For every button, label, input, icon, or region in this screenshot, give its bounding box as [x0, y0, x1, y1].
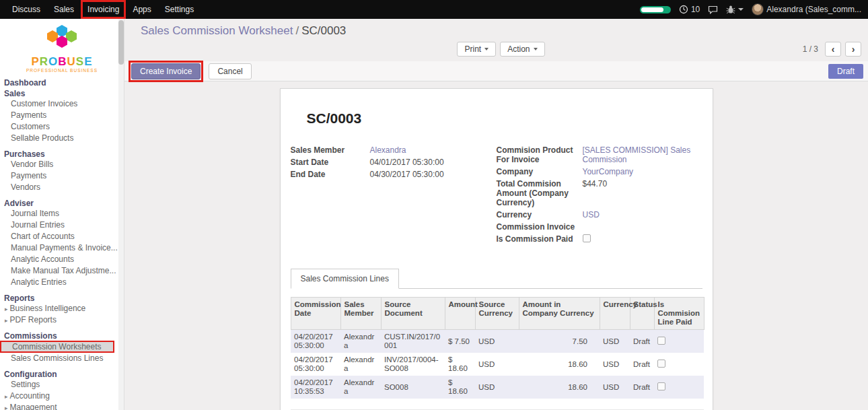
table-row[interactable]: 04/20/2017 10:35:53 Alexandra SO008 $ 18…	[291, 376, 704, 399]
col-header-sales-member[interactable]: Sales Member	[340, 298, 381, 330]
sidebar-item-management[interactable]: ▸Management	[0, 402, 124, 410]
sidebar-scrollbar[interactable]	[118, 19, 124, 410]
user-menu[interactable]: Alexandra (Sales_comm...	[752, 3, 861, 15]
cell-currency: USD	[600, 353, 630, 376]
col-header-amount[interactable]: Amount	[445, 298, 475, 330]
chevron-down-icon	[484, 48, 489, 50]
sidebar-item-payments-purchases[interactable]: Payments	[0, 170, 124, 182]
cell-source-document: CUST.IN/2017/0001	[381, 330, 445, 353]
cell-source-document: INV/2017/0004-SO008	[381, 353, 445, 376]
sidebar-item-business-intelligence[interactable]: ▸Business Intelligence	[0, 303, 124, 314]
sidebar-item-customers[interactable]: Customers	[0, 121, 124, 133]
sidebar-item-payments-sales[interactable]: Payments	[0, 110, 124, 121]
pager-previous-button[interactable]: ‹	[825, 42, 841, 57]
control-panel: Sales Commission Worksheet/SC/0003 Print…	[124, 19, 868, 57]
sidebar-item-sales-commissions-lines[interactable]: Sales Commissions Lines	[0, 353, 124, 364]
sidebar-item-analytic-accounts[interactable]: Analytic Accounts	[0, 254, 124, 265]
sidebar-section-sales[interactable]: Sales	[0, 89, 124, 98]
col-header-amount-company-currency[interactable]: Amount in Company Currency	[519, 298, 600, 330]
activities-clock[interactable]: 10	[679, 5, 700, 14]
sidebar-item-customer-invoices[interactable]: Customer Invoices	[0, 98, 124, 110]
col-header-status[interactable]: Status	[630, 298, 654, 330]
topbar-menu-invoicing[interactable]: Invoicing	[81, 0, 126, 19]
sidebar-item-analytic-entries[interactable]: Analytic Entries	[0, 277, 124, 288]
sidebar-section-dashboard[interactable]: Dashboard	[0, 78, 124, 88]
cell-currency: USD	[600, 376, 630, 399]
messages-menu[interactable]	[708, 5, 718, 14]
pager-value: 1 / 3	[803, 44, 818, 54]
line-paid-checkbox[interactable]	[657, 337, 665, 345]
tab-sales-commission-lines[interactable]: Sales Commission Lines	[291, 269, 399, 289]
pager-next-button[interactable]: ›	[845, 42, 861, 57]
sidebar-item-journal-items[interactable]: Journal Items	[0, 208, 124, 219]
action-button-label: Action	[507, 44, 530, 54]
sidebar-section-configuration[interactable]: Configuration	[0, 370, 124, 379]
sidebar-item-vendors[interactable]: Vendors	[0, 182, 124, 193]
debug-menu[interactable]	[726, 5, 744, 14]
cancel-button[interactable]: Cancel	[209, 63, 251, 79]
commission-lines-table: Commission Date Sales Member Source Docu…	[291, 297, 704, 410]
sidebar-section-reports[interactable]: Reports	[0, 294, 124, 303]
cell-source-currency: USD	[475, 353, 519, 376]
line-paid-checkbox[interactable]	[657, 360, 665, 368]
breadcrumb-parent-link[interactable]: Sales Commission Worksheet	[141, 24, 293, 37]
cell-commission-date: 04/20/2017 10:35:53	[291, 376, 340, 399]
field-label-total-commission-amount: Total Commision Amount (Company Currency…	[497, 179, 583, 207]
print-button[interactable]: Print	[457, 42, 496, 57]
sidebar-item-pdf-reports[interactable]: ▸PDF Reports	[0, 314, 124, 326]
col-header-is-commission-line-paid[interactable]: Is Commision Line Paid	[654, 298, 704, 330]
sidebar-item-vendor-bills[interactable]: Vendor Bills	[0, 159, 124, 170]
create-invoice-button[interactable]: Create Invoice	[131, 63, 201, 79]
table-gap-row	[291, 399, 704, 409]
sidebar-section-adviser[interactable]: Adviser	[0, 199, 124, 208]
main-area: Sales Commission Worksheet/SC/0003 Print…	[124, 19, 868, 410]
cell-source-currency: USD	[475, 330, 519, 353]
sidebar-item-accounting[interactable]: ▸Accounting	[0, 390, 124, 402]
sidebar-item-journal-entries[interactable]: Journal Entries	[0, 219, 124, 231]
field-label-company: Company	[497, 167, 583, 176]
sidebar-item-make-manual-tax-adjustments[interactable]: Make Manual Tax Adjustme...	[0, 265, 124, 277]
field-group-left: Sales Member Alexandra Start Date 04/01/…	[291, 145, 497, 247]
company-link[interactable]: YourCompany	[583, 167, 634, 176]
sidebar-section-commissions[interactable]: Commissions	[0, 331, 124, 341]
col-header-commission-date[interactable]: Commission Date	[291, 298, 340, 330]
expand-arrow-icon: ▸	[5, 317, 8, 324]
topbar-menu-apps[interactable]: Apps	[126, 0, 157, 19]
field-label-commission-product: Commision Product For Invoice	[497, 145, 583, 164]
debug-bug-icon	[726, 5, 735, 14]
sidebar-item-manual-payments-invoice[interactable]: Manual Payments & Invoice...	[0, 242, 124, 254]
cell-source-currency: USD	[475, 376, 519, 399]
table-row[interactable]: 04/20/2017 05:30:00 Alexandra CUST.IN/20…	[291, 330, 704, 353]
topbar: Discuss Sales Invoicing Apps Settings 10	[0, 0, 868, 19]
action-button[interactable]: Action	[500, 42, 544, 57]
clock-icon	[679, 5, 688, 14]
sidebar-scrollbar-thumb[interactable]	[118, 20, 124, 65]
probuse-logo[interactable]: PROBUSE PROFESSIONAL BUSINESS	[0, 19, 124, 75]
sidebar-item-sellable-products[interactable]: Sellable Products	[0, 133, 124, 144]
planner-progress-bar[interactable]	[640, 6, 671, 13]
status-badge-draft[interactable]: Draft	[828, 64, 863, 79]
expand-arrow-icon: ▸	[5, 405, 8, 410]
sidebar-section-purchases[interactable]: Purchases	[0, 149, 124, 159]
sales-member-link[interactable]: Alexandra	[370, 145, 406, 155]
line-paid-checkbox[interactable]	[657, 382, 665, 390]
annotation-box: Create Invoice	[129, 61, 203, 82]
start-date-value: 04/01/2017 05:30:00	[370, 158, 444, 167]
cell-line-paid	[654, 353, 704, 376]
col-header-currency[interactable]: Currency	[600, 298, 630, 330]
topbar-menu-discuss[interactable]: Discuss	[5, 0, 47, 19]
commission-product-link[interactable]: [SALES COMMISSION] Sales Commission	[583, 145, 700, 164]
sidebar: PROBUSE PROFESSIONAL BUSINESS Dashboard …	[0, 19, 124, 410]
sidebar-item-settings[interactable]: Settings	[0, 379, 124, 390]
is-commission-paid-checkbox[interactable]	[583, 234, 591, 242]
col-header-source-document[interactable]: Source Document	[381, 298, 445, 330]
table-row[interactable]: 04/20/2017 05:30:00 Alexandra INV/2017/0…	[291, 353, 704, 376]
sidebar-item-label: Management	[10, 403, 57, 410]
sidebar-item-commission-worksheets[interactable]: Commission Worksheets	[0, 341, 114, 353]
col-header-source-currency[interactable]: Source Currency	[475, 298, 519, 330]
sidebar-item-chart-of-accounts[interactable]: Chart of Accounts	[0, 231, 124, 242]
cell-source-document: SO008	[381, 376, 445, 399]
topbar-menu-sales[interactable]: Sales	[47, 0, 81, 19]
topbar-menu-settings[interactable]: Settings	[158, 0, 201, 19]
currency-link[interactable]: USD	[583, 210, 600, 219]
